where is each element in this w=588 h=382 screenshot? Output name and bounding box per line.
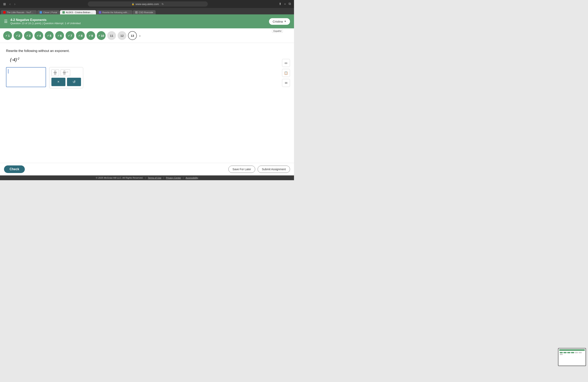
terms-of-use-link[interactable]: Terms of Use — [148, 177, 161, 179]
question-btn-7[interactable]: ✓7 — [66, 31, 74, 40]
espanol-label[interactable]: Español — [272, 29, 283, 33]
chevron-down-icon: ▼ — [284, 20, 286, 23]
app-footer: Check Save For Later Submit Assignment — [0, 163, 294, 175]
tab-csd-favicon — [135, 11, 138, 14]
mixed-frac-line — [63, 73, 66, 73]
tab-csd[interactable]: CSD Riverside — [133, 10, 156, 14]
fraction-denominator-box — [54, 73, 56, 75]
undo-button[interactable]: ↺ — [67, 78, 81, 86]
mail-icon: ✉ — [285, 81, 287, 85]
question-btn-1[interactable]: ✓1 — [3, 31, 12, 40]
keyboard-row-1: □ — [51, 69, 81, 76]
browser-chrome: ⊞ ‹ › 🔒 www-awy.aleks.com ↻ ⬆ ＋ ⧉ — [0, 0, 294, 8]
question-btn-6[interactable]: ✓6 — [55, 31, 64, 40]
header-title: 4-2 Negative Exponents Question 13 of 16… — [10, 18, 81, 25]
forward-button[interactable]: › — [13, 1, 17, 7]
superscript-indicator: □ — [67, 71, 68, 73]
question-btn-13[interactable]: 13 — [128, 31, 137, 40]
infinity-icon: ∞ — [285, 61, 287, 65]
tab-rewrite-favicon — [99, 11, 101, 14]
tab-youtube-favicon — [3, 11, 6, 14]
notes-icon: 📋 — [284, 71, 288, 75]
expression-exponent: -2 — [17, 57, 19, 60]
tabs-bar: The Little Rascals - YouTube Clever | Po… — [0, 8, 294, 14]
hamburger-menu[interactable]: ☰ — [4, 19, 8, 24]
question-btn-12[interactable]: 12 — [118, 31, 126, 40]
mixed-num-box — [63, 71, 65, 72]
reload-icon[interactable]: ↻ — [162, 3, 164, 6]
copyright-text: © 2025 McGraw Hill LLC. All Rights Reser… — [96, 177, 143, 179]
sidebar-toggle[interactable]: ⊞ — [3, 2, 6, 6]
notes-tool[interactable]: 📋 — [282, 69, 290, 77]
tab-clever-favicon — [40, 11, 42, 14]
share-icon[interactable]: ⬆ — [279, 2, 281, 6]
mixed-fraction-icon — [63, 71, 66, 75]
fraction-icon — [54, 71, 57, 75]
question-btn-5[interactable]: ✓5 — [45, 31, 54, 40]
lock-icon: 🔒 — [132, 3, 134, 5]
fraction-line — [54, 73, 57, 73]
keyboard-row-2: × ↺ — [51, 78, 81, 86]
fraction-button[interactable] — [51, 69, 59, 76]
footer-right: Save For Later Submit Assignment — [228, 166, 290, 173]
privacy-center-link[interactable]: Privacy Center — [166, 177, 181, 179]
tab-clever[interactable]: Clever | Portal — [37, 10, 60, 14]
user-name: Cristina — [273, 20, 283, 23]
tab-aleks-label: ALEKS - Cristina Beltran-Giudice - 4-2 N… — [66, 11, 94, 14]
question-btn-2[interactable]: ✓2 — [14, 31, 22, 40]
lesson-title: 4-2 Negative Exponents — [10, 18, 81, 22]
browser-nav: ‹ › — [8, 1, 17, 7]
separator-1: | — [145, 177, 146, 179]
new-tab-icon[interactable]: ＋ — [283, 2, 287, 6]
mixed-number-button[interactable]: □ — [61, 69, 70, 76]
text-cursor — [8, 69, 8, 74]
back-button[interactable]: ‹ — [8, 1, 12, 7]
user-menu[interactable]: Cristina ▼ — [269, 18, 290, 25]
question-btn-11[interactable]: 11 — [107, 31, 116, 40]
question-nav: Español ✓1 ✓2 ✓3 ✓4 ✓5 ✓6 ✓7 ✓8 ✓9 ✓10 1… — [0, 28, 294, 43]
question-btn-10[interactable]: ✓10 — [97, 31, 105, 40]
app-header: ☰ 4-2 Negative Exponents Question 13 of … — [0, 14, 294, 28]
tab-youtube[interactable]: The Little Rascals - YouTube — [1, 10, 37, 14]
tab-aleks-favicon — [63, 11, 65, 14]
question-btn-8[interactable]: ✓8 — [76, 31, 85, 40]
bottom-bar: © 2025 McGraw Hill LLC. All Rights Reser… — [0, 175, 294, 180]
tab-rewrite-label: Rewrite the following without an exponen… — [102, 11, 130, 14]
main-content: Rewrite the following without an exponen… — [0, 43, 294, 163]
expression-base: (-4) — [10, 57, 17, 62]
nav-next-arrow[interactable]: › — [139, 33, 141, 38]
math-expression: (-4)-2 — [10, 57, 288, 62]
clear-button[interactable]: × — [51, 78, 65, 86]
calculator-tool[interactable]: ∞ — [282, 59, 290, 67]
separator-3: | — [183, 177, 184, 179]
accessibility-link[interactable]: Accessibility — [186, 177, 198, 179]
mail-tool[interactable]: ✉ — [282, 79, 290, 87]
math-keyboard: □ × ↺ — [49, 67, 83, 88]
header-left: ☰ 4-2 Negative Exponents Question 13 of … — [4, 18, 81, 25]
fraction-numerator-box — [54, 71, 56, 72]
answer-row: □ × ↺ — [6, 67, 288, 88]
separator-2: | — [163, 177, 164, 179]
question-instruction: Rewrite the following without an exponen… — [6, 49, 288, 53]
tab-youtube-label: The Little Rascals - YouTube — [7, 11, 34, 14]
question-btn-3[interactable]: ✓3 — [24, 31, 33, 40]
question-btn-4[interactable]: ✓4 — [34, 31, 43, 40]
browser-actions: ⬆ ＋ ⧉ — [279, 2, 291, 6]
address-bar[interactable]: 🔒 www-awy.aleks.com ↻ — [88, 1, 208, 7]
tabs-view-icon[interactable]: ⧉ — [289, 2, 291, 6]
tab-csd-label: CSD Riverside — [139, 11, 153, 14]
right-sidebar: ∞ 📋 ✉ — [282, 59, 290, 87]
url-text: www-awy.aleks.com — [136, 3, 159, 6]
check-button[interactable]: Check — [4, 165, 25, 173]
answer-input[interactable] — [6, 67, 46, 87]
tab-aleks[interactable]: ALEKS - Cristina Beltran-Giudice - 4-2 N… — [60, 10, 96, 14]
question-meta: Question 13 of 16 (1 point) | Question A… — [10, 22, 81, 25]
tab-rewrite[interactable]: Rewrite the following without an exponen… — [96, 10, 132, 14]
tab-clever-label: Clever | Portal — [43, 11, 57, 14]
question-btn-9[interactable]: ✓9 — [86, 31, 95, 40]
save-later-button[interactable]: Save For Later — [228, 166, 255, 173]
mixed-den-box — [63, 73, 65, 75]
submit-assignment-button[interactable]: Submit Assignment — [258, 166, 290, 173]
